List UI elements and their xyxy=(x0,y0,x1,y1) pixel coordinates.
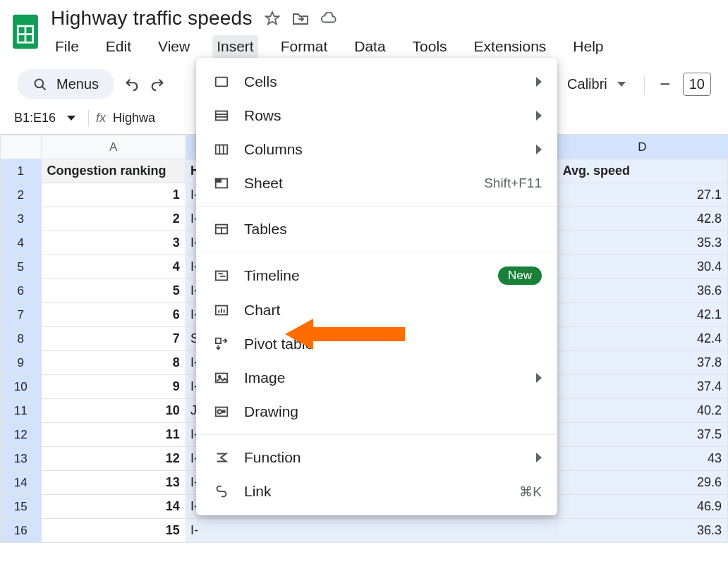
select-all-corner[interactable] xyxy=(1,135,42,159)
row-header[interactable]: 4 xyxy=(1,231,42,255)
menu-item-columns[interactable]: Columns xyxy=(196,133,557,166)
col-header-D[interactable]: D xyxy=(557,135,727,159)
font-family-select[interactable]: Calibri xyxy=(562,73,631,95)
row-header[interactable]: 9 xyxy=(1,351,42,375)
cell[interactable]: I- xyxy=(186,519,557,543)
menu-item-sheet[interactable]: SheetShift+F11 xyxy=(196,166,557,200)
doc-title[interactable]: Highway traffic speeds xyxy=(51,7,253,30)
cell[interactable]: 4 xyxy=(41,255,186,279)
row-header[interactable]: 12 xyxy=(1,423,42,447)
cell[interactable]: 12 xyxy=(41,447,186,471)
sheets-logo[interactable] xyxy=(10,11,41,52)
menu-format[interactable]: Format xyxy=(277,35,332,58)
cell[interactable]: 9 xyxy=(41,375,186,399)
name-box[interactable]: B1:E16 xyxy=(8,109,81,127)
row-header[interactable]: 10 xyxy=(1,375,42,399)
menu-item-drawing[interactable]: Drawing xyxy=(196,395,557,429)
row-header[interactable]: 2 xyxy=(1,183,42,207)
row-header[interactable]: 5 xyxy=(1,255,42,279)
row-header[interactable]: 6 xyxy=(1,279,42,303)
row-header[interactable]: 15 xyxy=(1,495,42,519)
cell[interactable]: 42.1 xyxy=(557,303,727,327)
menu-data[interactable]: Data xyxy=(350,35,389,58)
cell[interactable]: 36.6 xyxy=(557,279,727,303)
menu-item-label: Sheet xyxy=(244,175,484,192)
menu-item-label: Function xyxy=(244,449,529,466)
chart-icon xyxy=(212,302,231,319)
menu-insert[interactable]: Insert xyxy=(212,35,258,58)
cell[interactable]: 6 xyxy=(41,303,186,327)
menu-file[interactable]: File xyxy=(51,35,83,58)
cell[interactable]: 43 xyxy=(557,447,727,471)
row-header[interactable]: 7 xyxy=(1,303,42,327)
menu-item-label: Timeline xyxy=(244,267,498,284)
cell[interactable]: 1 xyxy=(41,183,186,207)
row-header[interactable]: 11 xyxy=(1,399,42,423)
cell[interactable]: 5 xyxy=(41,279,186,303)
cell[interactable]: 42.8 xyxy=(557,207,727,231)
undo-icon[interactable] xyxy=(124,77,140,92)
menu-tools[interactable]: Tools xyxy=(408,35,451,58)
cell[interactable]: 35.3 xyxy=(557,231,727,255)
cell[interactable]: 7 xyxy=(41,327,186,351)
tables-icon xyxy=(212,221,231,238)
font-size-input[interactable]: 10 xyxy=(683,73,711,96)
cell[interactable]: 2 xyxy=(41,207,186,231)
decrease-fontsize-button[interactable]: − xyxy=(657,77,673,92)
menus-label: Menus xyxy=(56,76,99,92)
star-icon[interactable] xyxy=(264,10,281,27)
cell[interactable]: 37.8 xyxy=(557,351,727,375)
cell[interactable]: 42.4 xyxy=(557,327,727,351)
row-header[interactable]: 1 xyxy=(1,159,42,183)
formula-bar-content[interactable]: Highwa xyxy=(113,111,155,125)
cell[interactable]: 8 xyxy=(41,351,186,375)
move-folder-icon[interactable] xyxy=(292,10,309,27)
menu-item-label: Image xyxy=(244,369,529,386)
cell[interactable]: 30.4 xyxy=(557,255,727,279)
cell[interactable]: 27.1 xyxy=(557,183,727,207)
row-header[interactable]: 3 xyxy=(1,207,42,231)
cell[interactable]: 37.5 xyxy=(557,423,727,447)
col-header-A[interactable]: A xyxy=(41,135,186,159)
cell[interactable]: 46.9 xyxy=(557,495,727,519)
cell[interactable]: 40.2 xyxy=(557,399,727,423)
pivot-icon xyxy=(212,336,231,352)
drawing-icon xyxy=(212,403,231,420)
menu-item-pivot-table[interactable]: Pivot table xyxy=(196,327,557,361)
svg-rect-11 xyxy=(216,145,228,154)
menus-search[interactable]: Menus xyxy=(17,69,114,99)
menu-item-rows[interactable]: Rows xyxy=(196,99,557,133)
menu-item-chart[interactable]: Chart xyxy=(196,293,557,327)
menu-help[interactable]: Help xyxy=(569,35,607,58)
cell[interactable]: 36.3 xyxy=(557,519,727,543)
menu-view[interactable]: View xyxy=(154,35,194,58)
search-icon xyxy=(32,77,48,92)
redo-icon[interactable] xyxy=(150,77,165,92)
cell[interactable]: 10 xyxy=(41,399,186,423)
svg-line-6 xyxy=(42,86,46,90)
menu-item-cells[interactable]: Cells xyxy=(196,65,557,99)
cell[interactable]: 37.4 xyxy=(557,375,727,399)
row-header[interactable]: 8 xyxy=(1,327,42,351)
cell[interactable]: 11 xyxy=(41,423,186,447)
menu-item-function[interactable]: Function xyxy=(196,441,557,474)
cell[interactable]: 13 xyxy=(41,471,186,495)
cell[interactable]: 14 xyxy=(41,495,186,519)
svg-point-30 xyxy=(218,410,222,414)
menu-item-timeline[interactable]: TimelineNew xyxy=(196,258,557,293)
cell[interactable]: 29.6 xyxy=(557,471,727,495)
menu-item-label: Columns xyxy=(244,141,529,158)
cell[interactable]: 3 xyxy=(41,231,186,255)
cell[interactable]: Congestion ranking xyxy=(41,159,186,183)
menu-edit[interactable]: Edit xyxy=(102,35,135,58)
menu-item-tables[interactable]: Tables xyxy=(196,212,557,246)
cell[interactable]: 15 xyxy=(41,519,186,543)
menu-item-link[interactable]: Link⌘K xyxy=(196,474,557,508)
cell[interactable]: Avg. speed xyxy=(557,159,727,183)
row-header[interactable]: 14 xyxy=(1,471,42,495)
menu-item-image[interactable]: Image xyxy=(196,361,557,395)
menu-extensions[interactable]: Extensions xyxy=(470,35,551,58)
row-header[interactable]: 16 xyxy=(1,519,42,543)
cloud-status-icon[interactable] xyxy=(320,10,337,27)
row-header[interactable]: 13 xyxy=(1,447,42,471)
